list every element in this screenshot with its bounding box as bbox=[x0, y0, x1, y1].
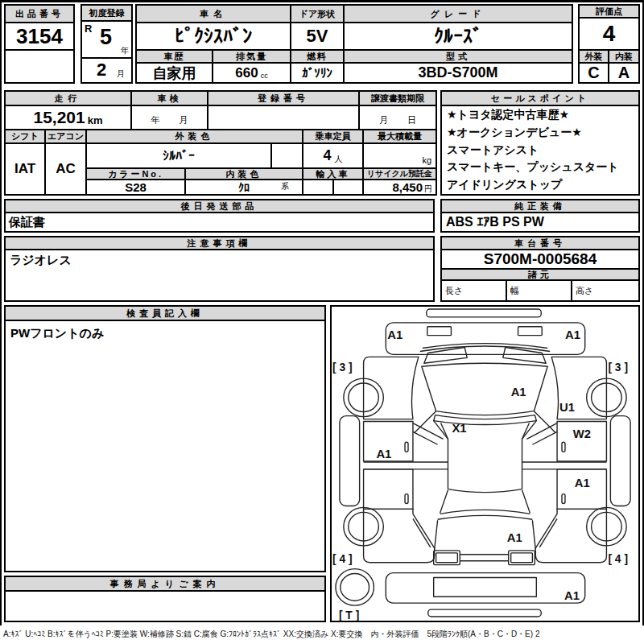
door-handle-icon bbox=[405, 494, 408, 504]
specs-title: 諸元 bbox=[442, 270, 638, 281]
door-handle-icon bbox=[562, 442, 565, 452]
transfer-month-unit: 月 bbox=[379, 114, 388, 126]
sales-points-box: セールスポイント ★トヨタ認定中古車歴★ ★オークションデビュー★ スマートアシ… bbox=[440, 90, 640, 196]
sales-points-title: セールスポイント bbox=[442, 92, 638, 106]
tire-mark-front-left: [ 3 ] bbox=[332, 361, 353, 374]
recycle-value: 8,450 bbox=[392, 180, 423, 194]
reg-month: 2 bbox=[97, 60, 106, 80]
mid-table-box: 走行 車検 登録番号 譲渡書類期限 15,201 km 年 月 月 日 シフト … bbox=[4, 90, 437, 196]
score-label: 評価点 bbox=[580, 6, 638, 19]
first-reg-year-cell: R 5 年 bbox=[82, 22, 131, 59]
color-no-label: カラーNo. bbox=[87, 169, 186, 180]
reg-year-unit: 年 bbox=[121, 45, 129, 56]
shaken-year-unit: 年 bbox=[151, 114, 160, 126]
color-no-value: S28 bbox=[87, 180, 186, 194]
front-bumper-shape bbox=[386, 323, 584, 355]
car-name-label: 車名 bbox=[137, 6, 291, 23]
reg-no-label: 登録番号 bbox=[208, 92, 360, 106]
car-name-value: ﾋﾟｸｼｽﾊﾞﾝ bbox=[137, 23, 291, 51]
parts-title: 後日発送部品 bbox=[6, 200, 433, 213]
chassis-box: 車台番号 S700M-0005684 諸元 長さ 幅 高さ bbox=[440, 236, 640, 302]
ext-color-empty bbox=[272, 144, 303, 169]
bottom-strip-shape bbox=[428, 609, 542, 617]
chassis-title: 車台番号 bbox=[442, 237, 638, 250]
damage-mark-cowl: X1 bbox=[452, 422, 466, 435]
damage-mark-rear-bumper: A1 bbox=[564, 589, 580, 602]
spec-length-label: 長さ bbox=[442, 281, 507, 300]
capacity-label: 乗車定員 bbox=[303, 130, 364, 144]
cowl-band-shape bbox=[434, 415, 537, 425]
office-empty bbox=[6, 592, 324, 621]
rocker-bars-lines bbox=[364, 462, 607, 469]
damage-mark-right-pillar: U1 bbox=[559, 401, 575, 414]
sales-points-list: ★トヨタ認定中古車歴★ ★オークションデビュー★ スマートアシスト スマートキー… bbox=[442, 106, 638, 194]
notes-title: 注意事項欄 bbox=[6, 237, 433, 250]
office-box: 事務局よりご案内 bbox=[4, 576, 326, 622]
aircon-label: エアコン bbox=[46, 130, 87, 144]
vehicle-outline-diagram: A1 A1 [ 3 ] [ 3 ] A1 U1 X1 W2 A1 A1 A1 [… bbox=[332, 307, 638, 621]
displacement-unit: cc bbox=[261, 72, 268, 82]
notes-box: 注意事項欄 ラジオレス bbox=[4, 236, 435, 302]
transfer-value-cell: 月 日 bbox=[360, 106, 436, 130]
parts-value: 保証書 bbox=[6, 213, 433, 231]
first-reg-month-cell: 2 月 bbox=[82, 59, 131, 82]
displacement-value: 660 bbox=[235, 65, 258, 81]
equip-title: 純正装備 bbox=[442, 200, 638, 213]
inspector-value: PWフロントのみ bbox=[6, 321, 324, 344]
tailgate-bar-lines bbox=[460, 555, 508, 561]
sales-point-item: スマートアシスト bbox=[442, 142, 638, 159]
spec-height-label: 高さ bbox=[572, 281, 638, 300]
transfer-label: 譲渡書類期限 bbox=[360, 92, 436, 106]
shift-value: IAT bbox=[6, 144, 46, 194]
mileage-value: 15,201 bbox=[33, 108, 85, 127]
fuel-value: ｶﾞｿﾘﾝ bbox=[291, 64, 345, 82]
grade-label: グレード bbox=[345, 6, 572, 23]
front-grille-right-shape bbox=[518, 327, 543, 336]
damage-mark-windshield: A1 bbox=[511, 386, 526, 398]
parts-box: 後日発送部品 保証書 bbox=[4, 199, 435, 233]
shaken-month-unit: 月 bbox=[179, 114, 188, 126]
tire-mark-rear-right: [ 4 ] bbox=[608, 552, 628, 565]
aircon-value: AC bbox=[46, 144, 87, 194]
rear-bumper-recess-shape bbox=[434, 578, 537, 597]
max-load-value-cell: kg bbox=[364, 144, 436, 169]
windshield-shape bbox=[422, 363, 547, 415]
side-sill-left-shape bbox=[340, 416, 360, 506]
damage-mark-rear-window: A1 bbox=[507, 531, 522, 544]
sales-point-item: ★オークションデビュー★ bbox=[442, 124, 638, 142]
tire-mark-front-right: [ 3 ] bbox=[608, 361, 628, 374]
fuel-label: 燃料 bbox=[291, 51, 345, 64]
shift-label: シフト bbox=[6, 130, 46, 144]
spare-tire-icon bbox=[336, 569, 374, 606]
equip-box: 純正装備 ABS ｴｱB PS PW bbox=[440, 199, 640, 233]
history-value: 自家用 bbox=[137, 64, 213, 82]
front-grille-left-shape bbox=[427, 327, 452, 336]
damage-mark-front-left: A1 bbox=[387, 328, 402, 341]
roof-edge-line bbox=[420, 346, 550, 351]
inspector-title: 検査員記入欄 bbox=[6, 307, 324, 321]
office-title: 事務局よりご案内 bbox=[6, 577, 324, 592]
interior-label: 内装 bbox=[609, 51, 638, 64]
int-color-label: 内装色 bbox=[186, 169, 303, 180]
damage-mark-right-rear-door: A1 bbox=[575, 477, 590, 489]
reg-no-value bbox=[208, 106, 360, 130]
displacement-label: 排気量 bbox=[213, 51, 291, 64]
rear-quarter-left-cut-line bbox=[413, 518, 431, 547]
interior-value: A bbox=[609, 64, 638, 82]
tire-mark-rear-left: [ 4 ] bbox=[332, 552, 353, 565]
mileage-unit: km bbox=[88, 109, 103, 126]
sales-point-item: スマートキー、プッシュスタート bbox=[442, 159, 638, 176]
history-label: 車歴 bbox=[137, 51, 213, 64]
spare-tire-inner bbox=[341, 574, 369, 601]
int-color-value-cell: ｸﾛ 系 bbox=[186, 180, 303, 194]
roof-strip-shape bbox=[427, 309, 542, 317]
score-box: 評価点 4 外装 内装 C A bbox=[578, 4, 640, 84]
damage-mark-front-right: A1 bbox=[565, 328, 580, 341]
max-load-label: 最大積載量 bbox=[364, 130, 436, 144]
recycle-label: リサイクル預託金 bbox=[364, 169, 436, 180]
displacement-value-cell: 660 cc bbox=[213, 64, 291, 82]
sales-point-item: ★トヨタ認定中古車歴★ bbox=[442, 106, 638, 124]
door-handle-icon bbox=[405, 442, 408, 452]
vehicle-head-box: 車名 ドア形状 グレード ﾋﾟｸｼｽﾊﾞﾝ 5V ｸﾙｰｽﾞ 車歴 排気量 燃料… bbox=[135, 4, 573, 84]
exterior-label: 外装 bbox=[580, 51, 609, 64]
